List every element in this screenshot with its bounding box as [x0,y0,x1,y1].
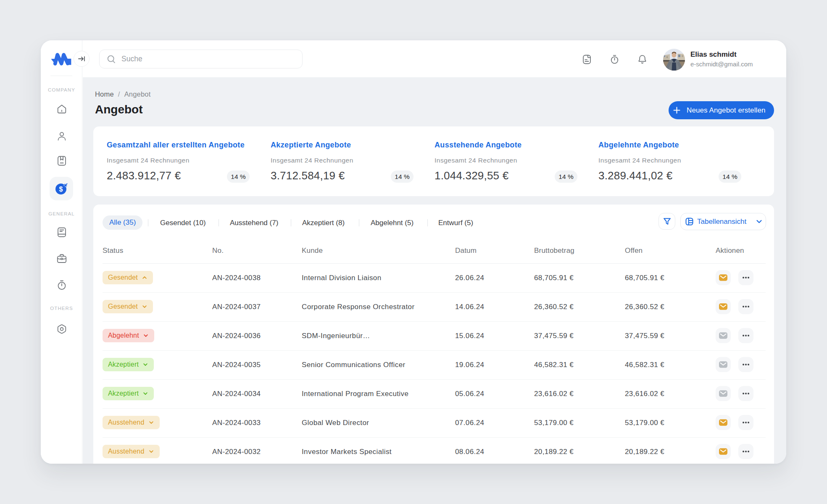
svg-text:$: $ [59,186,63,193]
